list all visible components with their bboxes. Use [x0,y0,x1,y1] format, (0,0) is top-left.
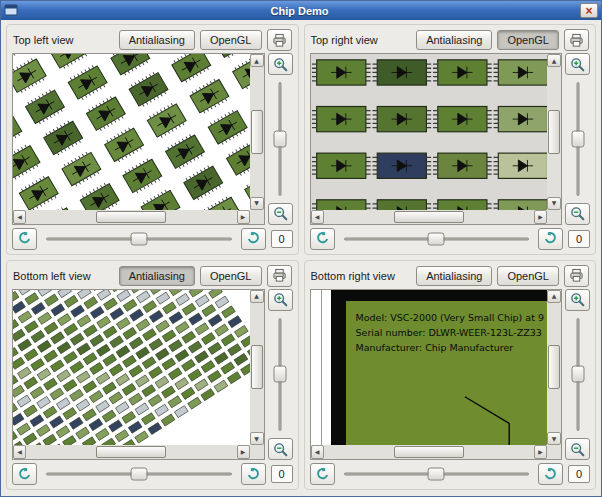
graphics-scene[interactable] [13,54,250,210]
scrollbar-track[interactable] [251,68,263,196]
rotate-left-button[interactable] [12,228,37,250]
scroll-right-button[interactable]: ▶ [237,210,250,224]
antialiasing-button[interactable]: Antialiasing [416,30,492,50]
scroll-left-button[interactable]: ◀ [311,445,324,459]
scroll-down-button[interactable]: ▼ [250,432,264,445]
scroll-down-button[interactable]: ▼ [250,197,264,210]
window-title: Chip Demo [23,5,576,17]
rotate-slider-handle[interactable] [130,232,147,245]
scrollbar-track[interactable] [548,304,560,432]
scrollbar-track[interactable] [325,211,534,223]
zoom-slider[interactable] [569,314,587,436]
rotate-slider[interactable] [42,230,236,248]
scroll-down-button[interactable]: ▼ [547,432,561,445]
antialiasing-button[interactable]: Antialiasing [119,30,195,50]
vertical-scrollbar[interactable]: ▲ ▼ [250,54,264,210]
zoom-in-button[interactable] [565,289,590,311]
zoom-slider[interactable] [569,78,587,200]
rotate-left-button[interactable] [310,463,335,485]
zoom-out-button[interactable] [565,203,590,225]
scrollbar-track[interactable] [27,446,236,458]
zoom-in-icon [273,292,288,307]
scroll-left-button[interactable]: ◀ [13,445,26,459]
horizontal-scrollbar[interactable]: ◀ ▶ [13,210,250,224]
zoom-out-button[interactable] [268,203,293,225]
zoom-slider[interactable] [271,314,289,436]
graphics-scene[interactable] [13,290,250,446]
zoom-in-icon [570,292,585,307]
zoom-slider-handle[interactable] [571,130,584,147]
rotate-slider[interactable] [340,230,534,248]
rotate-right-button[interactable] [538,228,563,250]
zoom-slider[interactable] [271,78,289,200]
opengl-button[interactable]: OpenGL [497,30,559,50]
rotate-right-button[interactable] [241,228,266,250]
scrollbar-handle[interactable] [394,211,464,223]
rotate-left-button[interactable] [310,228,335,250]
rotation-value: 0 [568,465,590,483]
chip-border [331,290,346,446]
title-bar[interactable]: Chip Demo × [1,1,601,20]
zoom-in-button[interactable] [565,53,590,75]
scrollbar-track[interactable] [251,304,263,432]
zoom-out-icon [273,442,288,457]
scrollbar-handle[interactable] [394,446,464,458]
print-button[interactable] [267,29,292,51]
rotate-slider[interactable] [340,465,534,483]
opengl-button[interactable]: OpenGL [200,266,262,286]
vertical-scrollbar[interactable]: ▲ ▼ [547,54,561,210]
app-window: Chip Demo × Top left view Antialiasing O… [0,0,602,497]
zoom-slider-handle[interactable] [274,130,287,147]
scroll-right-button[interactable]: ▶ [534,445,547,459]
zoom-slider-handle[interactable] [571,366,584,383]
print-button[interactable] [564,29,589,51]
rotate-left-button[interactable] [12,463,37,485]
horizontal-scrollbar[interactable]: ◀ ▶ [311,445,548,459]
opengl-button[interactable]: OpenGL [200,30,262,50]
scrollbar-handle[interactable] [548,345,560,389]
scroll-right-button[interactable]: ▶ [534,210,547,224]
rotate-slider-handle[interactable] [428,468,445,481]
rotate-right-button[interactable] [241,463,266,485]
rotate-slider[interactable] [42,465,236,483]
printer-icon [272,33,287,48]
antialiasing-button[interactable]: Antialiasing [416,266,492,286]
scroll-right-button[interactable]: ▶ [237,445,250,459]
print-button[interactable] [267,265,292,287]
scrollbar-track[interactable] [27,211,236,223]
scroll-down-button[interactable]: ▼ [547,197,561,210]
zoom-slider-handle[interactable] [274,366,287,383]
print-button[interactable] [564,265,589,287]
vertical-scrollbar[interactable]: ▲ ▼ [547,290,561,446]
antialiasing-button[interactable]: Antialiasing [119,266,195,286]
vertical-scrollbar[interactable]: ▲ ▼ [250,290,264,446]
opengl-button[interactable]: OpenGL [497,266,559,286]
scrollbar-handle[interactable] [548,110,560,154]
scroll-up-button[interactable]: ▲ [547,54,561,67]
scrollbar-handle[interactable] [251,345,263,389]
scrollbar-track[interactable] [548,68,560,196]
scroll-up-button[interactable]: ▲ [547,290,561,303]
zoom-in-button[interactable] [268,289,293,311]
scroll-up-button[interactable]: ▲ [250,54,264,67]
zoom-out-button[interactable] [268,438,293,460]
scroll-up-button[interactable]: ▲ [250,290,264,303]
scroll-left-button[interactable]: ◀ [13,210,26,224]
scrollbar-handle[interactable] [251,110,263,154]
zoom-in-button[interactable] [268,53,293,75]
scroll-left-button[interactable]: ◀ [311,210,324,224]
rotate-slider-handle[interactable] [428,232,445,245]
graphics-scene[interactable] [311,54,548,210]
rotate-right-button[interactable] [538,463,563,485]
scrollbar-handle[interactable] [96,211,166,223]
zoom-out-button[interactable] [565,438,590,460]
scrollbar-track[interactable] [325,446,534,458]
rotate-right-icon [246,467,261,482]
horizontal-scrollbar[interactable]: ◀ ▶ [13,445,250,459]
graphics-scene[interactable]: Model: VSC-2000 (Very Small Chip) at 9 S… [311,290,548,446]
rotate-slider-handle[interactable] [130,468,147,481]
horizontal-scrollbar[interactable]: ◀ ▶ [311,210,548,224]
close-button[interactable]: × [580,3,598,18]
scrollbar-handle[interactable] [96,446,166,458]
window-icon [4,3,19,18]
